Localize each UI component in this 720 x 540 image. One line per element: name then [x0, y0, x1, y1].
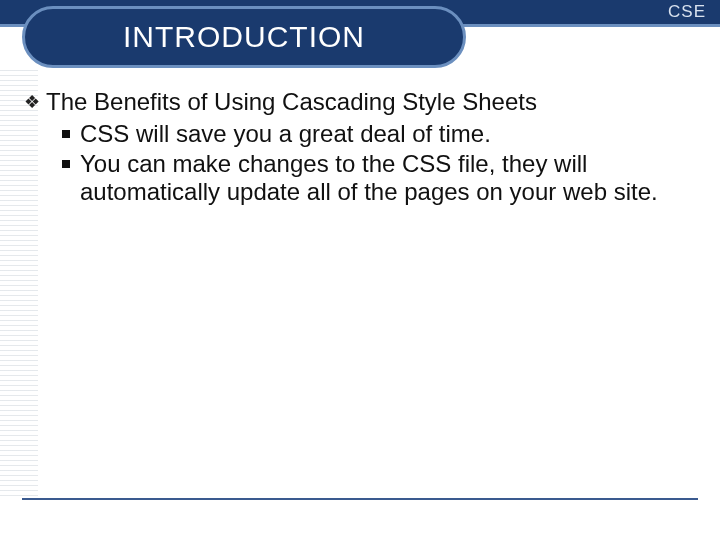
bullet-list: CSS will save you a great deal of time. … — [62, 120, 696, 206]
list-item: CSS will save you a great deal of time. — [62, 120, 696, 148]
diamond-bullet-icon: ❖ — [24, 88, 40, 116]
bullet-text: You can make changes to the CSS file, th… — [80, 150, 696, 206]
bottom-divider — [22, 498, 698, 500]
slide-content: ❖ The Benefits of Using Cascading Style … — [24, 88, 696, 208]
heading-row: ❖ The Benefits of Using Cascading Style … — [24, 88, 696, 116]
title-pill: INTRODUCTION — [22, 6, 466, 68]
page-title: INTRODUCTION — [123, 20, 365, 54]
section-heading: The Benefits of Using Cascading Style Sh… — [46, 88, 537, 116]
bullet-text: CSS will save you a great deal of time. — [80, 120, 491, 148]
list-item: You can make changes to the CSS file, th… — [62, 150, 696, 206]
square-bullet-icon — [62, 160, 70, 168]
square-bullet-icon — [62, 130, 70, 138]
corner-label: CSE — [668, 0, 706, 24]
